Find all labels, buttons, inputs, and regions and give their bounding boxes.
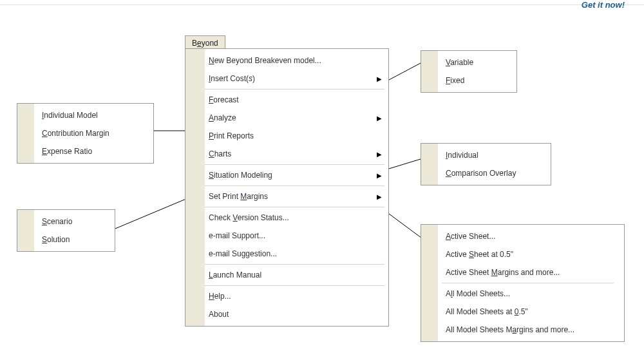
- submenu-arrow-icon: ▶: [377, 115, 382, 122]
- menu-new-beyond-breakeven[interactable]: New Beyond Breakeven model...: [205, 52, 388, 70]
- submenu-analyze: Individual Model Contribution Margin Exp…: [17, 103, 154, 164]
- menu-email-support[interactable]: e-mail Support...: [205, 227, 388, 245]
- menu-separator: [205, 185, 384, 186]
- submenu-insert-cost: Variable Fixed: [421, 50, 517, 93]
- menu-analyze[interactable]: Analyze▶: [205, 109, 388, 127]
- submenu-gutter: [421, 51, 438, 92]
- submenu-gutter: [421, 225, 438, 341]
- menu-check-version[interactable]: Check Version Status...: [205, 209, 388, 227]
- menu-separator: [205, 207, 384, 207]
- submenu-fixed[interactable]: Fixed: [442, 71, 510, 90]
- submenu-arrow-icon: ▶: [377, 193, 382, 200]
- submenu-arrow-icon: ▶: [377, 172, 382, 179]
- menu-forecast[interactable]: Forecast: [205, 91, 388, 109]
- main-menu: New Beyond Breakeven model... Insert Cos…: [185, 48, 389, 327]
- submenu-comparison-overlay[interactable]: Comparison Overlay: [442, 164, 544, 182]
- submenu-all-model-sheets-05[interactable]: All Model Sheets at 0.5": [442, 303, 618, 321]
- submenu-expense-ratio[interactable]: Expense Ratio: [38, 142, 147, 160]
- submenu-set-margins: Active Sheet... Active Sheet at 0.5" Act…: [421, 224, 625, 342]
- submenu-contribution-margin[interactable]: Contribution Margin: [38, 124, 147, 142]
- submenu-active-sheet-05[interactable]: Active Sheet at 0.5": [442, 245, 618, 263]
- svg-line-0: [389, 63, 421, 80]
- menu-gutter: [185, 49, 205, 326]
- submenu-all-model-sheets[interactable]: All Model Sheets...: [442, 285, 618, 303]
- menu-insert-cost[interactable]: Insert Cost(s)▶: [205, 70, 388, 88]
- menu-separator: [205, 285, 384, 286]
- submenu-variable[interactable]: Variable: [442, 53, 510, 71]
- submenu-gutter: [17, 104, 34, 163]
- menu-separator: [205, 264, 384, 265]
- menu-separator: [205, 164, 384, 165]
- menu-separator: [442, 283, 614, 283]
- get-it-now-link[interactable]: Get it now!: [582, 0, 625, 10]
- submenu-situation: Scenario Solution: [17, 209, 115, 252]
- submenu-all-model-sheets-margins-more[interactable]: All Model Sheets Margins and more...: [442, 321, 618, 339]
- submenu-gutter: [17, 210, 34, 251]
- submenu-charts: Individual Comparison Overlay: [421, 143, 551, 185]
- menu-email-suggestion[interactable]: e-mail Suggestion...: [205, 245, 388, 263]
- menu-print-reports[interactable]: Print Reports: [205, 127, 388, 145]
- submenu-scenario[interactable]: Scenario: [38, 213, 108, 231]
- svg-line-2: [389, 159, 421, 169]
- submenu-individual[interactable]: Individual: [442, 146, 544, 164]
- menu-launch-manual[interactable]: Launch Manual: [205, 266, 388, 284]
- menu-situation-modeling[interactable]: Situation Modeling▶: [205, 166, 388, 184]
- menu-tab-label-pre: B: [192, 39, 197, 48]
- submenu-individual-model[interactable]: Individual Model: [38, 106, 147, 124]
- submenu-solution[interactable]: Solution: [38, 231, 108, 249]
- menu-set-print-margins[interactable]: Set Print Margins▶: [205, 187, 388, 205]
- submenu-arrow-icon: ▶: [377, 151, 382, 158]
- submenu-gutter: [421, 144, 438, 185]
- submenu-active-sheet[interactable]: Active Sheet...: [442, 227, 618, 245]
- submenu-active-sheet-margins-more[interactable]: Active Sheet Margins and more...: [442, 263, 618, 281]
- submenu-arrow-icon: ▶: [377, 75, 382, 82]
- menu-tab-beyond[interactable]: Beyond: [185, 35, 225, 50]
- menu-tab-label-post: yond: [202, 39, 218, 48]
- menu-charts[interactable]: Charts▶: [205, 145, 388, 163]
- menu-separator: [205, 89, 384, 90]
- menu-tab-label-ul: e: [197, 39, 202, 48]
- menu-about[interactable]: About: [205, 305, 388, 323]
- menu-help[interactable]: Help...: [205, 287, 388, 305]
